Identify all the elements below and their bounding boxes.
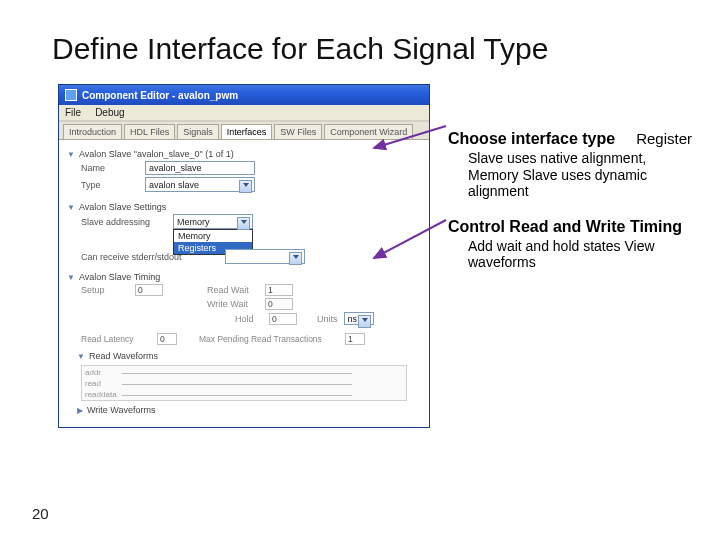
writewait-field[interactable]: 0 bbox=[265, 298, 293, 310]
page-number: 20 bbox=[32, 505, 49, 522]
app-icon bbox=[65, 89, 77, 101]
read-waveforms: addr read readdata bbox=[81, 365, 407, 401]
maxpend-label: Max Pending Read Transactions bbox=[199, 334, 339, 344]
units-select[interactable]: ns bbox=[344, 312, 374, 325]
annotations: Choose interface type Register Slave use… bbox=[448, 130, 692, 289]
tab-introduction[interactable]: Introduction bbox=[63, 124, 122, 139]
annot1-head: Choose interface type bbox=[448, 130, 615, 148]
slave-addressing-select[interactable]: Memory Memory Registers bbox=[173, 214, 253, 229]
slave-addr-label: Slave addressing bbox=[81, 217, 169, 227]
maxpend-field[interactable]: 1 bbox=[345, 333, 365, 345]
tabs: Introduction HDL Files Signals Interface… bbox=[59, 122, 429, 139]
tab-component-wizard[interactable]: Component Wizard bbox=[324, 124, 413, 139]
annot2-body: Add wait and hold states View waveforms bbox=[468, 238, 678, 271]
name-field[interactable]: avalon_slave bbox=[145, 161, 255, 175]
read-latency-field[interactable]: 0 bbox=[157, 333, 177, 345]
writewait-label: Write Wait bbox=[207, 299, 259, 309]
section-label: Avalon Slave "avalon_slave_0" (1 of 1) bbox=[79, 149, 234, 159]
type-label: Type bbox=[81, 180, 141, 190]
annot1-body: Slave uses native alignment, Memory Slav… bbox=[468, 150, 678, 200]
name-label: Name bbox=[81, 163, 141, 173]
chevron-down-icon bbox=[293, 255, 299, 259]
tab-hdl-files[interactable]: HDL Files bbox=[124, 124, 175, 139]
window-titlebar: Component Editor - avalon_pwm bbox=[59, 85, 429, 105]
readwait-field[interactable]: 1 bbox=[265, 284, 293, 296]
chevron-down-icon bbox=[243, 183, 249, 187]
option-memory[interactable]: Memory bbox=[174, 230, 252, 242]
units-label: Units bbox=[317, 314, 338, 324]
annot2-head: Control Read and Write Timing bbox=[448, 218, 682, 236]
tab-signals[interactable]: Signals bbox=[177, 124, 219, 139]
write-waveforms-label: Write Waveforms bbox=[87, 405, 156, 415]
timing-label: Avalon Slave Timing bbox=[79, 272, 160, 282]
hold-label: Hold bbox=[235, 314, 263, 324]
triangle-icon[interactable]: ▼ bbox=[67, 273, 75, 282]
menu-file[interactable]: File bbox=[65, 107, 81, 118]
menu-debug[interactable]: Debug bbox=[95, 107, 124, 118]
tab-interfaces[interactable]: Interfaces bbox=[221, 124, 273, 139]
annot1-reg: Register bbox=[636, 130, 692, 147]
slide-title: Define Interface for Each Signal Type bbox=[52, 32, 692, 66]
interfaces-panel: ▼ Avalon Slave "avalon_slave_0" (1 of 1)… bbox=[59, 139, 429, 427]
addr-align-select[interactable] bbox=[225, 249, 305, 264]
menubar: File Debug bbox=[59, 105, 429, 121]
triangle-icon[interactable]: ▼ bbox=[67, 150, 75, 159]
settings-label: Avalon Slave Settings bbox=[79, 202, 166, 212]
component-editor-window: Component Editor - avalon_pwm File Debug… bbox=[58, 84, 430, 428]
read-latency-label: Read Latency bbox=[81, 334, 151, 344]
triangle-icon[interactable]: ▶ bbox=[77, 406, 83, 415]
window-title: Component Editor - avalon_pwm bbox=[82, 90, 238, 101]
setup-field[interactable]: 0 bbox=[135, 284, 163, 296]
triangle-icon[interactable]: ▼ bbox=[77, 352, 85, 361]
readwait-label: Read Wait bbox=[207, 285, 259, 295]
hold-field[interactable]: 0 bbox=[269, 313, 297, 325]
triangle-icon[interactable]: ▼ bbox=[67, 203, 75, 212]
read-waveforms-label: Read Waveforms bbox=[89, 351, 158, 361]
tab-sw-files[interactable]: SW Files bbox=[274, 124, 322, 139]
chevron-down-icon bbox=[241, 220, 247, 224]
setup-label: Setup bbox=[81, 285, 129, 295]
chevron-down-icon bbox=[362, 318, 368, 322]
type-select[interactable]: avalon slave bbox=[145, 177, 255, 192]
